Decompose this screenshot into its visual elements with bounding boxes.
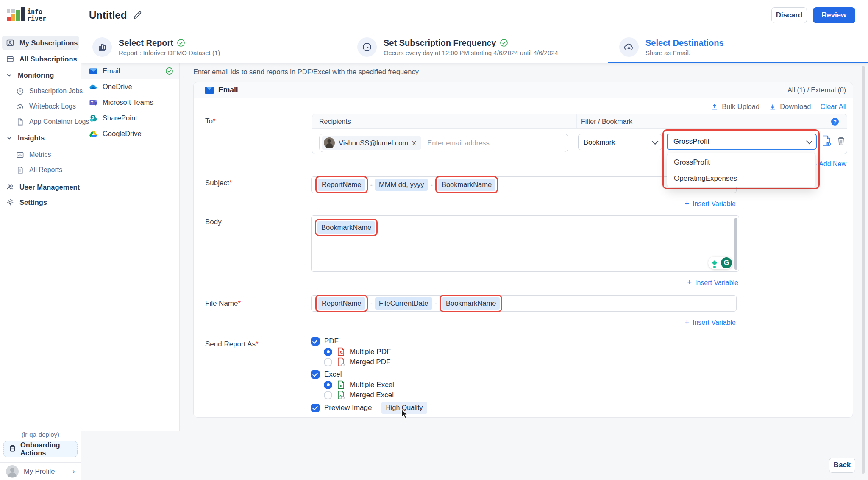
left-sidebar: info river My Subscriptions All Subscrip… — [0, 0, 81, 480]
help-icon[interactable]: ? — [831, 118, 839, 126]
chevron-down-icon — [652, 138, 659, 145]
destination-email[interactable]: Email — [81, 63, 179, 79]
highlight-red-box: BookmarkName — [315, 219, 378, 236]
highlight-red-box: ReportName — [315, 176, 368, 193]
edit-pencil-icon[interactable] — [133, 11, 142, 20]
file-name-input[interactable]: ReportName - FileCurrentDate - BookmarkN… — [311, 295, 737, 312]
sidebar-item-all-subscriptions[interactable]: All Subscriptions — [2, 52, 79, 66]
multiple-pdf-radio[interactable] — [324, 348, 332, 356]
back-button[interactable]: Back — [829, 458, 855, 473]
cloud-upload-icon — [619, 37, 639, 57]
variable-chip[interactable]: BookmarkName — [438, 179, 495, 191]
destination-onedrive[interactable]: OneDrive — [81, 79, 179, 95]
preview-image-checkbox[interactable] — [311, 404, 320, 412]
sidebar-group-insights[interactable]: Insights — [2, 131, 79, 145]
recipients-input[interactable]: VishnuSS@lumel.com X Enter email address — [319, 134, 568, 152]
recipient-counts: All (1) / External (0) — [787, 87, 846, 94]
teams-icon: T — [89, 98, 97, 107]
variable-chip[interactable]: BookmarkName — [317, 221, 375, 234]
writing-assistant-widget[interactable]: G — [708, 257, 733, 269]
step-select-report[interactable]: Select Report Report : Inforiver DEMO Da… — [81, 31, 346, 63]
variable-chip[interactable]: BookmarkName — [442, 297, 500, 310]
to-label: To* — [205, 117, 216, 126]
onboarding-actions-button[interactable]: Onboarding Actions — [3, 441, 78, 457]
excel-checkbox-row: Excel — [311, 370, 342, 379]
sidebar-item-app-container-logs[interactable]: App Container Logs — [2, 114, 79, 129]
email-address-placeholder: Enter email address — [427, 139, 490, 147]
pdf-checkbox-row: PDF — [311, 337, 339, 346]
app-root: info river My Subscriptions All Subscrip… — [0, 0, 868, 480]
recipient-avatar — [324, 137, 335, 148]
multiple-excel-radio[interactable] — [324, 381, 332, 389]
body-textarea[interactable]: BookmarkName G — [311, 215, 739, 272]
sidebar-item-metrics[interactable]: Metrics — [2, 148, 79, 162]
step-set-frequency[interactable]: Set Subscription Frequency Occurs every … — [346, 31, 608, 63]
gear-icon — [6, 198, 14, 207]
variable-chip[interactable]: ReportName — [318, 179, 365, 191]
page-scrollbar[interactable] — [862, 66, 865, 474]
sidebar-item-all-reports[interactable]: All Reports — [2, 163, 79, 177]
insert-variable-link[interactable]: +Insert Variable — [685, 199, 736, 208]
body-scrollbar[interactable] — [734, 218, 737, 270]
merged-excel-radio[interactable] — [324, 391, 332, 399]
grammarly-icon: G — [721, 257, 732, 268]
filter-bookmark-column-header: Filter / Bookmark — [576, 114, 847, 128]
download-button[interactable]: Download — [769, 103, 811, 111]
report-chart-icon — [92, 37, 112, 57]
cloud-upload-icon — [16, 103, 24, 111]
bookmark-value-select[interactable]: GrossProfit — [667, 134, 817, 150]
svg-text:S: S — [92, 115, 94, 120]
remove-recipient-icon[interactable]: X — [412, 140, 416, 147]
destination-sharepoint[interactable]: S SharePoint — [81, 110, 179, 126]
upload-icon — [711, 103, 718, 111]
variable-chip[interactable]: ReportName — [318, 297, 365, 310]
sidebar-group-monitoring[interactable]: Monitoring — [2, 68, 79, 82]
variable-chip[interactable]: MMM dd, yyyy — [375, 179, 428, 191]
calendar-icon — [6, 55, 14, 63]
pdf-checkbox[interactable] — [311, 337, 320, 346]
recipients-toolbar: Bulk Upload Download Clear All — [711, 103, 846, 111]
active-step-indicator — [608, 62, 868, 63]
insert-variable-link[interactable]: +Insert Variable — [687, 278, 739, 287]
file-icon — [16, 118, 24, 126]
body-label: Body — [205, 218, 222, 226]
recipients-column-header: Recipients — [312, 114, 576, 128]
variable-chip[interactable]: FileCurrentDate — [375, 297, 432, 310]
svg-text:x: x — [339, 393, 342, 398]
review-button[interactable]: Review — [813, 7, 855, 23]
bulk-upload-button[interactable]: Bulk Upload — [711, 103, 760, 111]
merged-pdf-radio[interactable] — [324, 358, 332, 366]
merged-pdf-radio-row: Merged PDF — [324, 357, 390, 366]
sidebar-item-subscription-jobs[interactable]: Subscription Jobs — [2, 84, 79, 98]
recipient-chip[interactable]: VishnuSS@lumel.com X — [322, 136, 421, 150]
merged-excel-radio-row: x Merged Excel — [324, 391, 394, 399]
discard-button[interactable]: Discard — [771, 7, 807, 23]
bookmark-option[interactable]: OperatingExpenses — [667, 170, 815, 187]
sidebar-item-writeback-logs[interactable]: Writeback Logs — [2, 99, 79, 114]
destination-googledrive[interactable]: GoogleDrive — [81, 126, 179, 142]
email-card-header: Email All (1) / External (0) — [194, 82, 853, 98]
email-icon — [89, 67, 97, 75]
insert-variable-link[interactable]: +Insert Variable — [685, 318, 736, 327]
highlight-red-box: BookmarkName — [440, 295, 502, 312]
page-title: Untitled — [89, 9, 127, 21]
clear-all-button[interactable]: Clear All — [821, 103, 846, 111]
step-done-check-icon — [500, 39, 508, 47]
sidebar-item-settings[interactable]: Settings — [2, 195, 79, 209]
onedrive-icon — [89, 83, 97, 91]
bookmark-option[interactable]: GrossProfit — [667, 154, 815, 170]
excel-checkbox[interactable] — [311, 370, 320, 379]
sidebar-item-user-management[interactable]: User Management — [2, 180, 79, 194]
logo-text: info river — [27, 8, 46, 22]
svg-text:x: x — [339, 384, 342, 388]
filter-type-select[interactable]: Bookmark — [578, 134, 662, 150]
pdf-merged-file-icon — [337, 357, 345, 366]
destination-microsoft-teams[interactable]: T Microsoft Teams — [81, 95, 179, 110]
my-profile-button[interactable]: My Profile › — [0, 462, 81, 480]
delete-row-icon[interactable] — [837, 136, 846, 146]
preview-image-row: Preview Image High Quality — [311, 402, 427, 414]
sidebar-item-my-subscriptions[interactable]: My Subscriptions — [2, 36, 79, 50]
step-select-destinations[interactable]: Select Destinations Share as Email. — [608, 31, 868, 63]
preview-document-icon[interactable] — [821, 135, 832, 147]
mouse-cursor — [401, 409, 409, 419]
